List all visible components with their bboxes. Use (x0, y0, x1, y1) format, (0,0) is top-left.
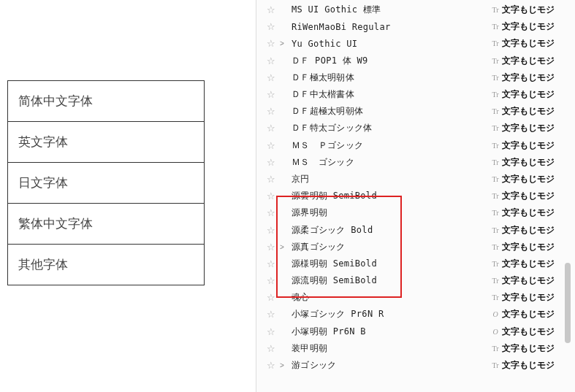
font-row[interactable]: ☆ＤＦ特太ゴシック体Tr文字もじモジ (256, 120, 575, 137)
font-type-icon: Tr (489, 243, 502, 251)
chevron-right-icon[interactable]: > (277, 243, 287, 251)
font-name: ＤＦ中太楷書体 (287, 88, 489, 101)
font-name: 魂心 (287, 291, 489, 304)
font-type-icon: Tr (489, 91, 502, 99)
star-icon[interactable]: ☆ (265, 174, 277, 185)
font-name: 源様明朝 SemiBold (287, 258, 489, 270)
font-row[interactable]: ☆京円Tr文字もじモジ (256, 171, 575, 188)
chevron-right-icon[interactable]: > (277, 39, 287, 47)
font-sample: 文字もじモジ (502, 156, 575, 169)
font-name: 京円 (287, 173, 489, 185)
font-name: MS UI Gothic 標準 (287, 4, 489, 16)
font-type-icon: Tr (489, 57, 502, 65)
star-icon[interactable]: ☆ (265, 106, 277, 117)
font-type-icon: Tr (489, 277, 502, 285)
star-icon[interactable]: ☆ (265, 258, 277, 269)
font-name: 装甲明朝 (287, 342, 489, 355)
category-item-simplified[interactable]: 简体中文字体 (8, 81, 204, 122)
font-row[interactable]: ☆ＭＳ ゴシックTr文字もじモジ (256, 154, 575, 171)
font-row[interactable]: ☆ＤＦ超極太明朝体Tr文字もじモジ (256, 103, 575, 120)
font-row[interactable]: ☆>源真ゴシックTr文字もじモジ (256, 239, 575, 255)
font-name: 源界明朝 (287, 207, 489, 219)
font-sample: 文字もじモジ (502, 308, 575, 320)
font-type-icon: Tr (489, 361, 502, 369)
font-sample: 文字もじモジ (502, 326, 575, 338)
star-icon[interactable]: ☆ (265, 343, 277, 354)
font-sample: 文字もじモジ (502, 207, 575, 219)
font-sample: 文字もじモジ (502, 122, 575, 134)
chevron-right-icon[interactable]: > (277, 361, 287, 369)
font-sample: 文字もじモジ (502, 105, 575, 118)
font-row[interactable]: ☆源界明朝Tr文字もじモジ (256, 204, 575, 221)
star-icon[interactable]: ☆ (265, 21, 277, 32)
star-icon[interactable]: ☆ (265, 191, 277, 201)
font-row[interactable]: ☆RiWenMaoBi RegularTr文字もじモジ (256, 18, 575, 35)
font-name: 小塚明朝 Pr6N B (287, 326, 489, 338)
font-sample: 文字もじモジ (502, 20, 575, 33)
font-row[interactable]: ☆魂心Tr文字もじモジ (256, 289, 575, 306)
font-type-icon: Tr (489, 124, 502, 132)
font-sample: 文字もじモジ (502, 173, 575, 185)
font-type-icon: Tr (489, 293, 502, 301)
font-type-icon: Tr (489, 142, 502, 150)
star-icon[interactable]: ☆ (265, 360, 277, 371)
font-sample: 文字もじモジ (502, 37, 575, 50)
font-row[interactable]: ☆源流明朝 SemiBoldTr文字もじモジ (256, 272, 575, 289)
star-icon[interactable]: ☆ (265, 275, 277, 286)
font-name: ＤＦ超極太明朝体 (287, 105, 489, 118)
star-icon[interactable]: ☆ (265, 55, 277, 66)
font-row[interactable]: ☆源様明朝 SemiBoldTr文字もじモジ (256, 255, 575, 272)
category-item-traditional[interactable]: 繁体中文字体 (8, 204, 204, 245)
font-name: 源柔ゴシック Bold (287, 224, 489, 237)
star-icon[interactable]: ☆ (265, 242, 277, 253)
font-type-icon: Tr (489, 39, 502, 47)
scrollbar-thumb[interactable] (565, 263, 571, 343)
font-name: 源流明朝 SemiBold (287, 274, 489, 287)
font-row[interactable]: ☆ＭＳ ＰゴシックTr文字もじモジ (256, 137, 575, 154)
star-icon[interactable]: ☆ (265, 89, 277, 100)
star-icon[interactable]: ☆ (265, 292, 277, 303)
category-item-english[interactable]: 英文字体 (8, 122, 204, 163)
star-icon[interactable]: ☆ (265, 207, 277, 218)
font-sample: 文字もじモジ (502, 88, 575, 101)
font-name: ＤＦ POP1 体 W9 (287, 55, 489, 67)
star-icon[interactable]: ☆ (265, 157, 277, 168)
font-row[interactable]: ☆>Yu Gothic UITr文字もじモジ (256, 35, 575, 52)
font-sample: 文字もじモジ (502, 190, 575, 202)
star-icon[interactable]: ☆ (265, 140, 277, 151)
font-type-icon: Tr (489, 345, 502, 353)
font-type-icon: Tr (489, 209, 502, 217)
star-icon[interactable]: ☆ (265, 225, 277, 236)
font-type-icon: Tr (489, 23, 502, 31)
category-item-other[interactable]: 其他字体 (8, 245, 204, 285)
star-icon[interactable]: ☆ (265, 38, 277, 49)
font-type-icon: Tr (489, 107, 502, 115)
font-name: ＭＳ Ｐゴシック (287, 139, 489, 152)
font-row[interactable]: ☆ＤＦ極太明朝体Tr文字もじモジ (256, 69, 575, 86)
font-type-icon: Tr (489, 74, 502, 82)
font-row[interactable]: ☆MS UI Gothic 標準Tr文字もじモジ (256, 1, 575, 18)
font-type-icon: Tr (489, 226, 502, 234)
star-icon[interactable]: ☆ (265, 4, 277, 15)
font-row[interactable]: ☆ＤＦ POP1 体 W9Tr文字もじモジ (256, 53, 575, 69)
scrollbar[interactable] (565, 0, 571, 392)
font-sample: 文字もじモジ (502, 342, 575, 355)
font-row[interactable]: ☆源雲明朝 SemiBoldTr文字もじモジ (256, 188, 575, 204)
font-sample: 文字もじモジ (502, 241, 575, 253)
star-icon[interactable]: ☆ (265, 309, 277, 320)
font-type-icon: Tr (489, 158, 502, 166)
star-icon[interactable]: ☆ (265, 72, 277, 83)
font-name: RiWenMaoBi Regular (287, 22, 489, 32)
font-row[interactable]: ☆小塚ゴシック Pr6N RO文字もじモジ (256, 306, 575, 323)
font-row[interactable]: ☆小塚明朝 Pr6N BO文字もじモジ (256, 323, 575, 340)
star-icon[interactable]: ☆ (265, 326, 277, 337)
font-row[interactable]: ☆装甲明朝Tr文字もじモジ (256, 340, 575, 357)
font-row[interactable]: ☆源柔ゴシック BoldTr文字もじモジ (256, 221, 575, 238)
font-row[interactable]: ☆ＤＦ中太楷書体Tr文字もじモジ (256, 86, 575, 103)
category-item-japanese[interactable]: 日文字体 (8, 163, 204, 204)
font-name: ＭＳ ゴシック (287, 156, 489, 169)
star-icon[interactable]: ☆ (265, 123, 277, 134)
font-sample: 文字もじモジ (502, 274, 575, 287)
font-row[interactable]: ☆>游ゴシックTr文字もじモジ (256, 357, 575, 374)
font-sample: 文字もじモジ (502, 224, 575, 237)
